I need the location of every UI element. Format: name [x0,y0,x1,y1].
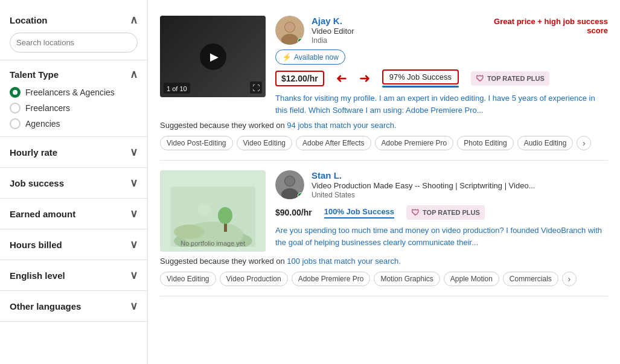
card1-rate-value: $12.00/hr [281,74,318,83]
main-content: ▶ ⛶ 1 of 10 [148,0,620,364]
svg-point-3 [285,22,295,32]
card1-job-success: 97% Job Success [382,69,459,85]
earned-amount-chevron-down-icon: ∨ [130,207,138,220]
talent-type-options: Freelancers & Agencies Freelancers Agenc… [10,87,138,129]
arrow-left-icon: ➜ [336,71,347,86]
card2-top: No portfolio image yet [160,170,608,252]
card1-info: Ajay K. Video Editor India Great price +… [275,16,608,116]
talent-type-chevron-up-icon: ∧ [130,68,138,81]
card1-rate: $12.00/hr [275,71,324,86]
radio-freelancers-agencies[interactable]: Freelancers & Agencies [10,87,138,98]
hours-billed-chevron-down-icon: ∨ [130,238,138,251]
search-locations-input[interactable] [10,33,138,53]
card2-thumbnail-no-portfolio: No portfolio image yet [160,170,266,252]
skill-tag[interactable]: Video Post-Editing [160,136,233,150]
freelancer-card-1: ▶ ⛶ 1 of 10 [160,6,608,161]
shield-icon: 🛡 [476,74,484,83]
english-level-chevron-down-icon: ∨ [130,269,138,282]
skill-tag[interactable]: Commercials [503,272,558,286]
bolt-icon: ⚡ [282,53,292,62]
card1-available-badge[interactable]: ⚡ Available now [275,49,345,65]
card1-rate-success-row: $12.00/hr ➜ ➜ 97% Job Success 🛡 TO [275,69,608,88]
location-filter: Location ∧ [0,6,147,60]
english-level-filter[interactable]: English level ∨ [0,260,147,291]
hourly-rate-chevron-down-icon: ∨ [130,145,138,159]
location-filter-header[interactable]: Location ∧ [10,13,138,27]
card2-description: Are you spending too much time and money… [275,225,608,248]
sidebar: Location ∧ Talent Type ∧ Freelancers & A… [0,0,148,364]
hourly-rate-filter[interactable]: Hourly rate ∨ [0,137,147,168]
card2-top-rated-label: TOP RATED PLUS [423,209,480,216]
card1-description-text: Thanks for visiting my profile. I am an … [275,94,595,115]
card2-country: United States [312,191,608,199]
card1-thumbnail[interactable]: ▶ ⛶ 1 of 10 [160,16,266,97]
card2-info: Stan L. Video Production Made Easy -- Sh… [275,170,608,252]
card1-profile-meta: Ajay K. Video Editor India [312,16,480,45]
skill-tag[interactable]: Video Production [220,272,288,286]
location-chevron-up-icon: ∧ [130,13,138,27]
talent-type-filter-header[interactable]: Talent Type ∧ [10,68,138,81]
card2-rate-success-row: $90.00/hr 100% Job Success 🛡 TOP RATED P… [275,205,608,220]
radio-agencies[interactable]: Agencies [10,118,138,129]
skills-more-button[interactable]: › [577,136,591,150]
job-success-chevron-down-icon: ∨ [130,176,138,190]
card1-suggested-link[interactable]: 94 jobs that match your search. [287,121,396,130]
card1-profile-row: Ajay K. Video Editor India Great price +… [275,16,608,45]
card1-top-rated-label: TOP RATED PLUS [487,75,545,82]
card1-name[interactable]: Ajay K. [312,16,480,26]
talent-type-filter: Talent Type ∧ Freelancers & Agencies Fre… [0,60,147,137]
card1-success-bar [382,86,459,88]
job-success-label: Job success [10,178,64,188]
skill-tag[interactable]: Apple Motion [444,272,499,286]
card2-skills-row: Video Editing Video Production Adobe Pre… [160,272,608,286]
card1-suggested: Suggested because they worked on 94 jobs… [160,121,608,130]
radio-label: Freelancers [25,103,70,113]
card1-online-dot [298,38,304,44]
earned-amount-filter[interactable]: Earned amount ∨ [0,199,147,229]
card2-suggested-link[interactable]: 100 jobs that match your search. [287,257,401,266]
skill-tag[interactable]: Adobe Premiere Pro [292,272,371,286]
svg-point-10 [198,203,210,216]
card2-job-success: 100% Job Success [324,207,394,219]
skill-tag[interactable]: Photo Editing [457,136,513,150]
radio-freelancers[interactable]: Freelancers [10,103,138,113]
job-success-filter[interactable]: Job success ∨ [0,168,147,199]
shield-icon: 🛡 [411,208,420,217]
skill-tag[interactable]: Adobe Premiere Pro [375,136,454,150]
card2-rate: $90.00/hr [275,208,312,217]
hourly-rate-label: Hourly rate [10,147,57,158]
card1-job-success-value: 97% Job Success [389,72,452,81]
card2-avatar [275,170,304,199]
card2-online-dot [298,193,304,199]
svg-point-9 [218,207,232,224]
hours-billed-filter[interactable]: Hours billed ∨ [0,229,147,260]
card1-description: Thanks for visiting my profile. I am an … [275,92,608,116]
card2-suggested-text: Suggested because they worked on [160,257,287,266]
card1-top: ▶ ⛶ 1 of 10 [160,16,608,116]
skills-more-button-2[interactable]: › [562,272,577,286]
skill-tag[interactable]: Motion Graphics [374,272,439,286]
card2-description-text: Are you spending too much time and money… [275,226,602,247]
card1-skills-row: Video Post-Editing Video Editing Adobe A… [160,136,608,150]
card2-name[interactable]: Stan L. [312,170,608,180]
radio-label: Agencies [25,119,60,129]
skill-tag[interactable]: Audio Editing [517,136,574,150]
card1-job-success-wrap: 97% Job Success [382,69,459,88]
earned-amount-label: Earned amount [10,209,75,219]
skill-tag[interactable]: Video Editing [237,136,293,150]
radio-label: Freelancers & Agencies [25,88,115,97]
talent-type-label: Talent Type [10,69,59,80]
skill-tag[interactable]: Video Editing [160,272,216,286]
card1-badge-row: ⚡ Available now [275,49,608,65]
card2-suggested: Suggested because they worked on 100 job… [160,257,608,266]
card2-profile-row: Stan L. Video Production Made Easy -- Sh… [275,170,608,199]
card1-annotation: Great price + high job success score [487,17,608,35]
radio-circle-freelancers [10,103,21,113]
svg-point-14 [285,176,295,186]
card1-top-rated-badge: 🛡 TOP RATED PLUS [471,71,549,86]
no-portfolio-label: No portfolio image yet [160,240,266,247]
card1-pagination: 1 of 10 [167,85,187,92]
skill-tag[interactable]: Adobe After Effects [296,136,371,150]
arrow-right-icon: ➜ [359,71,370,86]
other-languages-filter[interactable]: Other languages ∨ [0,291,147,322]
